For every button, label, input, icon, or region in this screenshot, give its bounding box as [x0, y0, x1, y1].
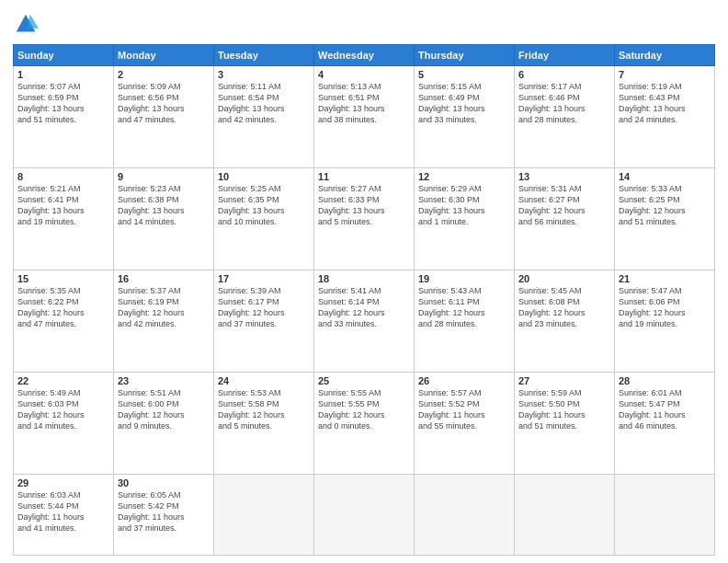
weekday-header-sunday: Sunday	[14, 45, 114, 66]
logo	[13, 11, 42, 37]
day-info: Sunrise: 5:17 AM Sunset: 6:46 PM Dayligh…	[518, 81, 610, 126]
day-number: 3	[218, 69, 310, 80]
day-number: 12	[418, 171, 510, 182]
day-info: Sunrise: 5:31 AM Sunset: 6:27 PM Dayligh…	[518, 183, 610, 228]
calendar-day	[615, 474, 715, 555]
calendar-day: 9Sunrise: 5:23 AM Sunset: 6:38 PM Daylig…	[114, 167, 214, 270]
calendar-day: 23Sunrise: 5:51 AM Sunset: 6:00 PM Dayli…	[114, 372, 214, 474]
calendar-day: 14Sunrise: 5:33 AM Sunset: 6:25 PM Dayli…	[615, 167, 715, 270]
day-number: 19	[418, 273, 510, 284]
weekday-header-friday: Friday	[515, 45, 615, 66]
day-number: 6	[518, 69, 610, 80]
day-info: Sunrise: 5:51 AM Sunset: 6:00 PM Dayligh…	[118, 387, 210, 432]
calendar-day: 22Sunrise: 5:49 AM Sunset: 6:03 PM Dayli…	[14, 372, 114, 474]
day-info: Sunrise: 5:25 AM Sunset: 6:35 PM Dayligh…	[218, 183, 310, 228]
calendar-day: 30Sunrise: 6:05 AM Sunset: 5:42 PM Dayli…	[114, 474, 214, 555]
weekday-header-saturday: Saturday	[615, 45, 715, 66]
day-number: 20	[518, 273, 610, 284]
calendar-day: 11Sunrise: 5:27 AM Sunset: 6:33 PM Dayli…	[314, 167, 415, 270]
day-number: 30	[118, 477, 210, 488]
day-number: 2	[118, 69, 210, 80]
weekday-header-tuesday: Tuesday	[214, 45, 314, 66]
day-number: 15	[17, 273, 109, 284]
day-info: Sunrise: 5:07 AM Sunset: 6:59 PM Dayligh…	[17, 81, 109, 126]
calendar-day: 26Sunrise: 5:57 AM Sunset: 5:52 PM Dayli…	[415, 372, 515, 474]
day-info: Sunrise: 5:41 AM Sunset: 6:14 PM Dayligh…	[318, 285, 410, 330]
calendar-day: 1Sunrise: 5:07 AM Sunset: 6:59 PM Daylig…	[14, 66, 114, 168]
day-info: Sunrise: 5:49 AM Sunset: 6:03 PM Dayligh…	[17, 387, 109, 432]
svg-marker-1	[27, 15, 39, 29]
day-number: 4	[318, 69, 410, 80]
calendar-day: 8Sunrise: 5:21 AM Sunset: 6:41 PM Daylig…	[14, 167, 114, 270]
header	[13, 11, 715, 37]
day-info: Sunrise: 5:21 AM Sunset: 6:41 PM Dayligh…	[17, 183, 109, 228]
calendar-day	[415, 474, 515, 555]
calendar-day: 28Sunrise: 6:01 AM Sunset: 5:47 PM Dayli…	[615, 372, 715, 474]
page: SundayMondayTuesdayWednesdayThursdayFrid…	[0, 0, 728, 563]
calendar-day: 29Sunrise: 6:03 AM Sunset: 5:44 PM Dayli…	[14, 474, 114, 555]
day-info: Sunrise: 5:45 AM Sunset: 6:08 PM Dayligh…	[518, 285, 610, 330]
day-info: Sunrise: 5:27 AM Sunset: 6:33 PM Dayligh…	[318, 183, 410, 228]
calendar-day: 7Sunrise: 5:19 AM Sunset: 6:43 PM Daylig…	[615, 66, 715, 168]
day-number: 21	[619, 273, 711, 284]
day-info: Sunrise: 5:33 AM Sunset: 6:25 PM Dayligh…	[619, 183, 711, 228]
day-number: 11	[318, 171, 410, 182]
day-number: 22	[17, 375, 109, 386]
calendar-day	[314, 474, 415, 555]
day-info: Sunrise: 5:53 AM Sunset: 5:58 PM Dayligh…	[218, 387, 310, 432]
logo-icon	[13, 11, 39, 37]
calendar-day: 10Sunrise: 5:25 AM Sunset: 6:35 PM Dayli…	[214, 167, 314, 270]
day-number: 7	[619, 69, 711, 80]
day-info: Sunrise: 6:03 AM Sunset: 5:44 PM Dayligh…	[17, 489, 109, 534]
calendar-day: 17Sunrise: 5:39 AM Sunset: 6:17 PM Dayli…	[214, 270, 314, 372]
day-info: Sunrise: 5:57 AM Sunset: 5:52 PM Dayligh…	[418, 387, 510, 432]
day-info: Sunrise: 5:15 AM Sunset: 6:49 PM Dayligh…	[418, 81, 510, 126]
day-number: 17	[218, 273, 310, 284]
calendar-week-5: 29Sunrise: 6:03 AM Sunset: 5:44 PM Dayli…	[14, 474, 715, 555]
calendar-day: 2Sunrise: 5:09 AM Sunset: 6:56 PM Daylig…	[114, 66, 214, 168]
calendar-day	[515, 474, 615, 555]
day-info: Sunrise: 5:09 AM Sunset: 6:56 PM Dayligh…	[118, 81, 210, 126]
calendar-day: 12Sunrise: 5:29 AM Sunset: 6:30 PM Dayli…	[415, 167, 515, 270]
day-number: 9	[118, 171, 210, 182]
day-number: 1	[17, 69, 109, 80]
calendar-day: 18Sunrise: 5:41 AM Sunset: 6:14 PM Dayli…	[314, 270, 415, 372]
day-number: 27	[518, 375, 610, 386]
weekday-header-wednesday: Wednesday	[314, 45, 415, 66]
calendar-week-1: 1Sunrise: 5:07 AM Sunset: 6:59 PM Daylig…	[14, 66, 715, 168]
calendar-day: 24Sunrise: 5:53 AM Sunset: 5:58 PM Dayli…	[214, 372, 314, 474]
calendar-day: 20Sunrise: 5:45 AM Sunset: 6:08 PM Dayli…	[515, 270, 615, 372]
calendar-day: 16Sunrise: 5:37 AM Sunset: 6:19 PM Dayli…	[114, 270, 214, 372]
day-number: 23	[118, 375, 210, 386]
day-info: Sunrise: 5:39 AM Sunset: 6:17 PM Dayligh…	[218, 285, 310, 330]
day-number: 16	[118, 273, 210, 284]
calendar-day: 27Sunrise: 5:59 AM Sunset: 5:50 PM Dayli…	[515, 372, 615, 474]
day-info: Sunrise: 5:13 AM Sunset: 6:51 PM Dayligh…	[318, 81, 410, 126]
day-number: 10	[218, 171, 310, 182]
calendar-day: 25Sunrise: 5:55 AM Sunset: 5:55 PM Dayli…	[314, 372, 415, 474]
day-info: Sunrise: 5:19 AM Sunset: 6:43 PM Dayligh…	[619, 81, 711, 126]
day-info: Sunrise: 5:55 AM Sunset: 5:55 PM Dayligh…	[318, 387, 410, 432]
calendar-week-4: 22Sunrise: 5:49 AM Sunset: 6:03 PM Dayli…	[14, 372, 715, 474]
day-number: 26	[418, 375, 510, 386]
day-number: 14	[619, 171, 711, 182]
weekday-header-thursday: Thursday	[415, 45, 515, 66]
day-info: Sunrise: 5:59 AM Sunset: 5:50 PM Dayligh…	[518, 387, 610, 432]
calendar-day: 5Sunrise: 5:15 AM Sunset: 6:49 PM Daylig…	[415, 66, 515, 168]
day-info: Sunrise: 5:35 AM Sunset: 6:22 PM Dayligh…	[17, 285, 109, 330]
day-number: 24	[218, 375, 310, 386]
day-number: 13	[518, 171, 610, 182]
day-info: Sunrise: 5:11 AM Sunset: 6:54 PM Dayligh…	[218, 81, 310, 126]
day-number: 28	[619, 375, 711, 386]
day-info: Sunrise: 6:01 AM Sunset: 5:47 PM Dayligh…	[619, 387, 711, 432]
day-info: Sunrise: 5:23 AM Sunset: 6:38 PM Dayligh…	[118, 183, 210, 228]
calendar-day: 13Sunrise: 5:31 AM Sunset: 6:27 PM Dayli…	[515, 167, 615, 270]
day-number: 25	[318, 375, 410, 386]
calendar-day: 21Sunrise: 5:47 AM Sunset: 6:06 PM Dayli…	[615, 270, 715, 372]
weekday-header-row: SundayMondayTuesdayWednesdayThursdayFrid…	[14, 45, 715, 66]
calendar-week-3: 15Sunrise: 5:35 AM Sunset: 6:22 PM Dayli…	[14, 270, 715, 372]
day-info: Sunrise: 5:29 AM Sunset: 6:30 PM Dayligh…	[418, 183, 510, 228]
calendar-table: SundayMondayTuesdayWednesdayThursdayFrid…	[13, 44, 715, 556]
weekday-header-monday: Monday	[114, 45, 214, 66]
day-info: Sunrise: 5:43 AM Sunset: 6:11 PM Dayligh…	[418, 285, 510, 330]
